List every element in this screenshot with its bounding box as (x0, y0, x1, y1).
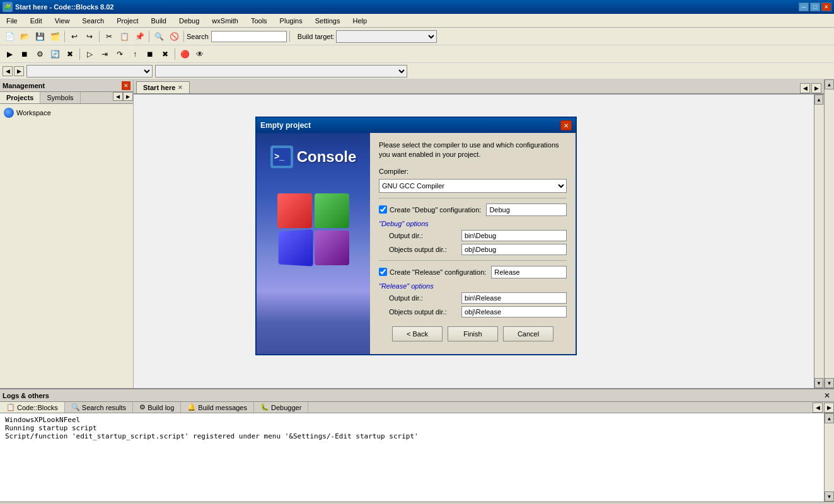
minimize-button[interactable]: ─ (799, 3, 809, 11)
abort-btn[interactable]: ✖ (63, 47, 77, 61)
nav-dropdown-1[interactable] (26, 65, 153, 77)
workspace-icon (4, 108, 14, 118)
debug-run-btn[interactable]: ▷ (83, 47, 96, 61)
debug-step-btn[interactable]: ⇥ (98, 47, 112, 61)
bottom-tab-build-messages[interactable]: 🔔 Build messages (181, 402, 254, 413)
search-input[interactable] (211, 31, 287, 42)
bottom-scroll-down[interactable]: ▼ (825, 491, 834, 501)
close-button[interactable]: ✕ (821, 3, 831, 11)
compiler-select[interactable]: GNU GCC Compiler (379, 179, 567, 193)
stop-run-btn[interactable]: ⏹ (18, 47, 32, 61)
dialog-close-button[interactable]: ✕ (560, 120, 572, 130)
menu-view[interactable]: View (51, 16, 74, 26)
bottom-panel: Logs & others ✕ 📋 Code::Blocks 🔍 Search … (0, 388, 834, 501)
debug-output-dir-input[interactable] (461, 230, 567, 241)
cancel-button[interactable]: Cancel (503, 326, 553, 341)
maximize-button[interactable]: □ (810, 3, 820, 11)
sidebar-nav-left[interactable]: ◀ (113, 92, 123, 101)
right-scrollbar[interactable]: ▲ ▼ (814, 94, 824, 388)
tab-arrow-left[interactable]: ◀ (800, 83, 810, 93)
scroll-up-arrow[interactable]: ▲ (814, 94, 823, 105)
nav-back[interactable]: ◀ (3, 66, 13, 76)
back-button[interactable]: < Back (392, 326, 443, 341)
bottom-panel-close-button[interactable]: ✕ (823, 391, 831, 400)
menu-plugins[interactable]: Plugins (276, 16, 306, 26)
separator-release (379, 260, 567, 261)
debug-config-name-input[interactable] (486, 203, 567, 216)
sep-t2-2 (175, 49, 175, 60)
undo-button[interactable]: ↩ (67, 30, 81, 43)
cut-button[interactable]: ✂ (102, 30, 116, 43)
debug-objects-dir-input[interactable] (461, 244, 567, 255)
release-checkbox[interactable] (379, 268, 387, 276)
bottom-tab-debugger[interactable]: 🐛 Debugger (254, 402, 308, 413)
build-target-select[interactable] (336, 30, 437, 43)
menu-search[interactable]: Search (78, 16, 108, 26)
bottom-panel-title: Logs & others (3, 392, 49, 399)
sep-t2-1 (79, 49, 80, 60)
run-btn[interactable]: ▶ (3, 47, 16, 61)
tab-start-here-label: Start here (143, 84, 175, 91)
release-objects-dir-input[interactable] (461, 306, 567, 318)
bottom-tabs-left: 📋 Code::Blocks 🔍 Search results ⚙ Build … (0, 402, 308, 413)
block-red (277, 193, 312, 228)
redo-button[interactable]: ↪ (83, 30, 96, 43)
scroll-down-arrow[interactable]: ▼ (814, 378, 823, 388)
finish-button[interactable]: Finish (448, 326, 498, 341)
sidebar-close-button[interactable]: ✕ (122, 81, 130, 90)
bottom-tab-build-log[interactable]: ⚙ Build log (133, 402, 181, 413)
bottom-tab-arrow-left[interactable]: ◀ (813, 403, 823, 413)
rebuild-btn[interactable]: 🔄 (48, 47, 62, 61)
breakpoint-btn[interactable]: 🔴 (178, 47, 192, 61)
menu-file[interactable]: File (3, 16, 21, 26)
bottom-scroll-up[interactable]: ▲ (825, 413, 834, 423)
far-scroll-down[interactable]: ▼ (825, 378, 834, 388)
debug-step-out-btn[interactable]: ↑ (128, 47, 142, 61)
save-all-button[interactable]: 🗂️ (48, 30, 62, 43)
debug-output-dir-row: Output dir.: (379, 230, 567, 241)
bottom-tab-search-results[interactable]: 🔍 Search results (65, 402, 133, 413)
tab-start-here[interactable]: Start here ✕ (136, 81, 190, 93)
save-button[interactable]: 💾 (33, 30, 47, 43)
menu-tools[interactable]: Tools (247, 16, 271, 26)
sidebar-tab-projects[interactable]: Projects (0, 92, 40, 103)
menu-debug[interactable]: Debug (175, 16, 203, 26)
release-output-dir-input[interactable] (461, 292, 567, 304)
menu-edit[interactable]: Edit (26, 16, 46, 26)
debug-abort-btn[interactable]: ✖ (158, 47, 172, 61)
bottom-tab-codeblocks-label: Code::Blocks (17, 404, 58, 411)
far-right-scrollbar[interactable]: ▲ ▼ (824, 79, 834, 388)
debug-step-over-btn[interactable]: ↷ (113, 47, 127, 61)
new-file-button[interactable]: 📄 (3, 30, 16, 43)
copy-button[interactable]: 📋 (117, 30, 131, 43)
nav-dropdown-2[interactable] (155, 65, 407, 77)
nav-forward[interactable]: ▶ (14, 66, 24, 76)
sidebar-tab-symbols[interactable]: Symbols (40, 92, 80, 103)
bottom-tab-codeblocks[interactable]: 📋 Code::Blocks (0, 402, 65, 413)
separator-2 (99, 31, 100, 42)
open-button[interactable]: 📂 (18, 30, 32, 43)
bottom-right-scrollbar[interactable]: ▲ ▼ (824, 413, 834, 501)
debug-stop-btn[interactable]: ⏹ (143, 47, 157, 61)
stop-button[interactable]: 🚫 (167, 30, 181, 43)
tab-arrow-right[interactable]: ▶ (811, 83, 821, 93)
sidebar-title: Management (3, 82, 45, 89)
build-target-label: Build target: (298, 33, 335, 40)
paste-button[interactable]: 📌 (132, 30, 146, 43)
far-scroll-up[interactable]: ▲ (825, 79, 834, 89)
menu-build[interactable]: Build (147, 16, 170, 26)
menu-project[interactable]: Project (113, 16, 142, 26)
workspace-item[interactable]: Workspace (3, 106, 130, 119)
sidebar-nav-right[interactable]: ▶ (123, 92, 133, 101)
build-run-btn[interactable]: ⚙ (33, 47, 47, 61)
menu-wxsmith[interactable]: wxSmith (208, 16, 242, 26)
find-button[interactable]: 🔍 (152, 30, 166, 43)
watch-btn[interactable]: 👁 (193, 47, 207, 61)
release-config-name-input[interactable] (491, 266, 567, 278)
bottom-tab-arrow-right[interactable]: ▶ (824, 403, 834, 413)
debug-checkbox[interactable] (379, 205, 387, 214)
tab-arrows: ◀ ▶ (800, 83, 821, 93)
menu-settings[interactable]: Settings (311, 16, 344, 26)
tab-close-button[interactable]: ✕ (178, 84, 183, 91)
menu-help[interactable]: Help (349, 16, 371, 26)
